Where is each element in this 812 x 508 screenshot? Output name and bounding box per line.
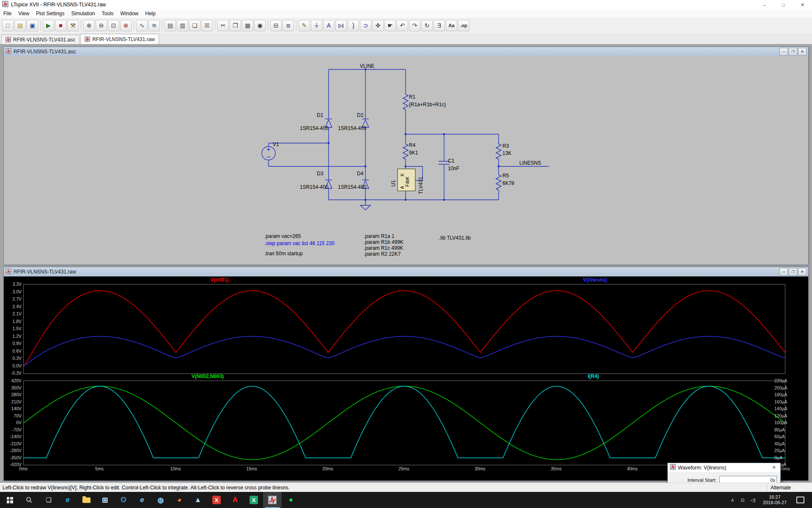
trace-label-vlinesns[interactable]: V(linesns) [583,277,607,283]
minimize-button[interactable]: – [755,0,774,9]
zoom-full-extents-icon[interactable]: ⊗ [120,20,132,31]
directive-tran[interactable]: .tran 50m startup [264,251,303,257]
dialog-titlebar[interactable]: Waveform: V(linesns) ✕ [668,463,780,472]
schematic-canvas[interactable]: K FdbK A U1 TLV431 VLINE [4,56,808,265]
inductor-icon[interactable]: } [348,20,359,31]
control-panel-icon[interactable]: ⚒ [67,20,79,31]
cascade-windows-icon[interactable]: ❏ [189,20,200,31]
task-view-button[interactable]: ❏ [39,492,58,508]
directive-param-vac[interactable]: .param vac=265 [264,233,301,239]
menu-window[interactable]: Window [117,9,142,18]
directive-lib[interactable]: .lib TLV431.lib [439,235,471,241]
directive-param-r1a[interactable]: .param R1a 1 [364,233,395,239]
pane2-plot-canvas[interactable] [23,381,785,465]
close-window-icon[interactable]: ☒ [201,20,213,31]
pane1-plot-canvas[interactable] [23,284,785,374]
action-center-button[interactable] [792,497,809,503]
zoom-in-icon[interactable]: ⊕ [83,20,95,31]
directive-param-r1c[interactable]: .param R1c 499K [364,245,403,251]
undo-icon[interactable]: ↶ [397,20,408,31]
zoom-area-icon[interactable]: ⊡ [108,20,119,31]
text-icon[interactable]: Aa [446,20,457,31]
ground-symbol[interactable] [360,205,370,210]
schematic-titlebar[interactable]: RFIR-VLNSNS-TLV431.asc — ❐ ✕ [4,47,808,56]
waveform-viewer[interactable]: V(n001)V(linesns)V(N002,N003)I(R4)3.3V3.… [4,276,808,480]
waveform-restore-button[interactable]: ❐ [789,268,797,276]
taskbar-app-file-explorer[interactable] [77,492,96,508]
taskbar-app-acrobat-reader[interactable]: A [226,492,244,508]
taskbar-app-ltspice[interactable] [263,492,282,508]
menu-plot-settings[interactable]: Plot Settings [33,9,68,18]
directive-step[interactable]: .step param vac list 46 115 230 [264,240,335,246]
component-u1[interactable]: K FdbK A U1 TLV431 [390,169,424,194]
ground-icon[interactable]: ⏚ [311,20,322,31]
menu-tools[interactable]: Tools [99,9,117,18]
taskbar-app-firefox[interactable]: ◕ [170,492,189,508]
schematic-editor[interactable]: K FdbK A U1 TLV431 VLINE [4,56,808,265]
menu-simulation[interactable]: Simulation [68,9,99,18]
tile-vertical-icon[interactable]: ▥ [177,20,188,31]
taskbar-app-outlook[interactable]: O [114,492,133,508]
component-icon[interactable]: ⊃ [360,20,371,31]
redo-icon[interactable]: ↷ [409,20,420,31]
net-label-icon[interactable]: A [323,20,335,31]
tile-horizontal-icon[interactable]: ▤ [165,20,176,31]
menu-view[interactable]: View [15,9,33,18]
trace-label-vn002n003[interactable]: V(N002,N003) [192,373,224,379]
network-icon[interactable]: ⊡ [738,497,748,503]
spice-directive-icon[interactable]: .op [458,20,469,31]
trace-label-ir4[interactable]: I(R4) [588,373,599,379]
paste-icon[interactable]: ▦ [242,20,253,31]
dialog-field-interval-start[interactable] [719,476,777,483]
directive-param-r1b[interactable]: .param R1b 499K [364,239,403,245]
schematic-minimize-button[interactable]: — [779,48,788,55]
search-button[interactable] [19,492,39,508]
component-r3[interactable] [496,144,501,159]
move-icon[interactable]: ✜ [372,20,384,31]
new-schematic-icon[interactable]: □ [2,20,14,31]
trace-label-vn001[interactable]: V(n001) [210,277,228,283]
dialog-close-button[interactable]: ✕ [768,463,780,472]
taskbar-app-app-x[interactable]: X [207,492,226,508]
print-preview-icon[interactable]: ⧈ [283,20,294,31]
taskbar-app-chrome[interactable]: ◍ [151,492,170,508]
rotate-icon[interactable]: ↻ [421,20,433,31]
cut-icon[interactable]: ✂ [217,20,229,31]
schematic-restore-button[interactable]: ❐ [789,48,797,55]
taskbar-app-photos[interactable]: ▲ [189,492,207,508]
print-icon[interactable]: ⊟ [270,20,282,31]
menu-file[interactable]: File [0,9,15,18]
zoom-out-icon[interactable]: ⊖ [96,20,107,31]
mirror-icon[interactable]: Ǝ [433,20,445,31]
taskbar-app-edge[interactable]: e [58,492,77,508]
start-button[interactable] [0,492,19,508]
close-button[interactable]: ✕ [793,0,812,9]
net-label-vline[interactable]: VLINE [360,63,375,69]
maximize-button[interactable]: □ [774,0,793,9]
draw-wire-icon[interactable]: ✎ [299,20,310,31]
taskbar-clock[interactable]: 16:27 2018-09-27 [758,494,792,505]
volume-icon[interactable]: ◁) [748,497,758,503]
waveform-titlebar[interactable]: RFIR-VLNSNS-TLV431.raw — ❐ ✕ [4,267,808,276]
drag-icon[interactable]: ☛ [384,20,396,31]
find-icon[interactable]: ◉ [254,20,266,31]
autorange-y-icon[interactable]: ∿ [136,20,148,31]
taskbar-app-spotify[interactable]: ● [282,492,300,508]
waveform-minimize-button[interactable]: — [779,268,788,276]
taskbar-app-store[interactable]: ⊞ [96,492,114,508]
menu-help[interactable]: Help [142,9,159,18]
taskbar-app-excel[interactable]: X [244,492,263,508]
save-icon[interactable]: ▣ [27,20,38,31]
waveform-close-button[interactable]: ✕ [798,268,807,276]
diode-icon[interactable]: ▷| [335,20,347,31]
hidden-icons-chevron[interactable]: ∧ [727,497,738,503]
run-icon[interactable]: ▶ [43,20,54,31]
directive-param-r2[interactable]: .param R2 22K7 [364,251,401,257]
net-label-linesns[interactable]: LINESNS [519,160,541,166]
copy-icon[interactable]: ❐ [230,20,241,31]
tab-rfir-vlnsns-tlv431-raw[interactable]: RFIR-VLNSNS-TLV431.raw [80,34,159,44]
component-r5[interactable] [496,175,501,190]
halt-icon[interactable]: ■ [55,20,66,31]
open-icon[interactable]: ▤ [14,20,26,31]
tab-rfir-vlnsns-tlv431-asc[interactable]: RFIR-VLNSNS-TLV431.asc [1,35,80,44]
